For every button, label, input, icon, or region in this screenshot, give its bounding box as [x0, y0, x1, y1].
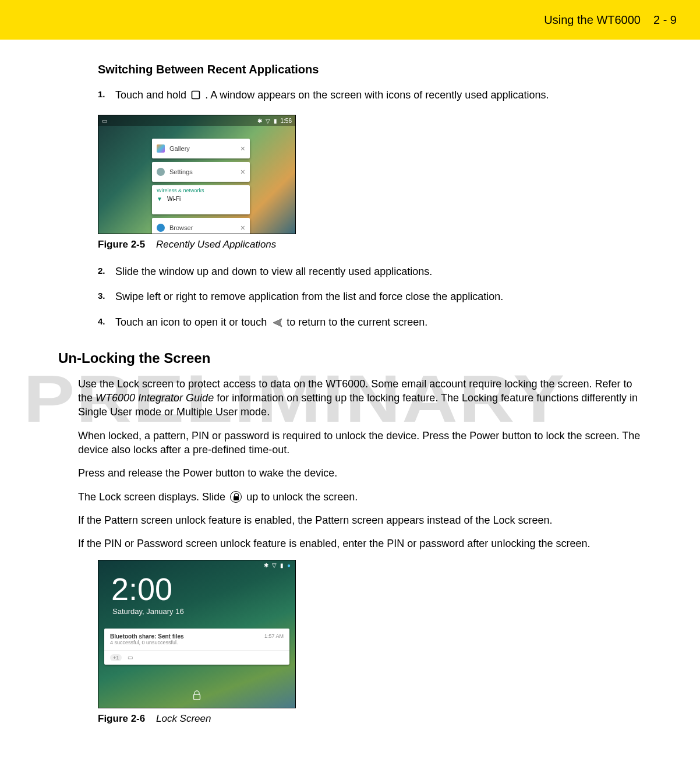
lock-date: Saturday, January 16 [112, 607, 295, 616]
chapter-title: Using the WT6000 [544, 13, 641, 27]
notification-card: Bluetooth share: Sent files 4 successful… [104, 629, 289, 665]
step-3: 3. Swipe left or right to remove applica… [98, 290, 642, 304]
step-1: 1. Touch and hold . A window appears on … [98, 88, 642, 104]
battery-icon: ▮ [274, 118, 277, 124]
settings-icon [157, 168, 165, 176]
step-text: to return to the current screen. [287, 316, 427, 328]
notification-title: Bluetooth share: Sent files [110, 633, 184, 640]
close-icon: × [241, 223, 245, 232]
notification-subtitle: 4 successful, 0 unsuccessful. [110, 640, 184, 645]
figure-title: Lock Screen [156, 713, 211, 724]
step-text: Touch an icon to open it or touch [115, 316, 270, 328]
gallery-icon [157, 144, 165, 153]
step-text: Swipe left or right to remove applicatio… [115, 290, 642, 304]
app-label: Settings [169, 168, 193, 175]
paragraph: Use the Lock screen to protect access to… [78, 377, 642, 419]
page-number: 2 - 9 [653, 13, 677, 27]
text: The Lock screen displays. Slide [78, 491, 228, 503]
status-bar: ✱ ▽ ▮ ● [259, 560, 295, 570]
battery-icon: ▮ [280, 562, 284, 569]
step-number: 3. [98, 290, 115, 301]
status-left-icon: ▭ [102, 118, 107, 124]
figure-2-6-caption: Figure 2-6 Lock Screen [98, 713, 642, 725]
figure-number: Figure 2-6 [98, 713, 145, 724]
notification-time: 1:57 AM [264, 633, 284, 645]
wifi-icon: ▽ [266, 118, 270, 124]
paragraph: If the Pattern screen unlock feature is … [78, 513, 642, 527]
page-content: PRELIMINARY Switching Between Recent App… [0, 40, 700, 744]
lock-time: 2:00 [111, 571, 295, 607]
lock-icon [230, 491, 242, 503]
back-icon [271, 317, 282, 331]
step-2: 2. Slide the window up and down to view … [98, 264, 642, 279]
figure-number: Figure 2-5 [98, 239, 145, 250]
step-text: . A window appears on the screen with ic… [205, 89, 549, 101]
menu-icon [190, 90, 201, 104]
svg-rect-1 [194, 694, 200, 700]
close-icon: × [241, 167, 245, 177]
page-header: Using the WT6000 2 - 9 [0, 0, 700, 40]
lock-indicator [98, 690, 295, 703]
app-label: Wi-Fi [167, 196, 181, 202]
step-4: 4. Touch an icon to open it or touch to … [98, 315, 642, 331]
step-number: 4. [98, 315, 115, 326]
wifi-header: Wireless & networks [152, 185, 250, 193]
recent-app-wifi: Wireless & networks ▼Wi-Fi [152, 185, 250, 214]
wifi-icon: ▼ [157, 196, 162, 202]
image-icon: ▭ [128, 654, 133, 661]
step-text: Slide the window up and down to view all… [115, 264, 642, 279]
paragraph: Press and release the Power button to wa… [78, 466, 642, 480]
steps-list: 1. Touch and hold . A window appears on … [98, 88, 642, 104]
close-icon: × [241, 144, 245, 153]
app-label: Browser [169, 224, 193, 231]
section-title-switching: Switching Between Recent Applications [98, 63, 642, 76]
bluetooth-icon: ✱ [257, 118, 262, 124]
user-icon: ● [287, 562, 291, 569]
paragraph: If the PIN or Password screen unlock fea… [78, 536, 642, 550]
paragraph: The Lock screen displays. Slide up to un… [78, 490, 642, 504]
figure-title: Recently Used Applications [156, 239, 276, 250]
guide-reference: WT6000 Integrator Guide [96, 392, 214, 404]
figure-2-5-caption: Figure 2-5 Recently Used Applications [98, 239, 642, 250]
figure-2-5-screenshot: ▭ ✱ ▽ ▮ 1:56 Gallery × Settings × Wirele… [98, 115, 296, 234]
svg-rect-0 [192, 91, 200, 99]
recent-app-browser: Browser × [152, 218, 250, 234]
step-number: 2. [98, 264, 115, 276]
step-number: 1. [98, 88, 115, 99]
browser-icon [157, 224, 165, 232]
recent-app-gallery: Gallery × [152, 139, 250, 158]
wifi-icon: ▽ [272, 562, 277, 569]
bluetooth-icon: ✱ [264, 562, 268, 569]
clock: 1:56 [281, 118, 292, 124]
section-title-unlocking: Un-Locking the Screen [58, 350, 642, 366]
text: up to unlock the screen. [246, 491, 358, 503]
recent-app-settings: Settings × [152, 162, 250, 182]
notification-badge: +1 [110, 654, 122, 661]
status-bar: ▭ ✱ ▽ ▮ 1:56 [98, 115, 295, 126]
paragraph: When locked, a pattern, PIN or password … [78, 429, 642, 457]
steps-list-cont: 2. Slide the window up and down to view … [98, 264, 642, 331]
app-label: Gallery [169, 145, 190, 152]
step-text: Touch and hold [115, 89, 189, 101]
figure-2-6-screenshot: ✱ ▽ ▮ ● 2:00 Saturday, January 16 Blueto… [98, 560, 296, 708]
